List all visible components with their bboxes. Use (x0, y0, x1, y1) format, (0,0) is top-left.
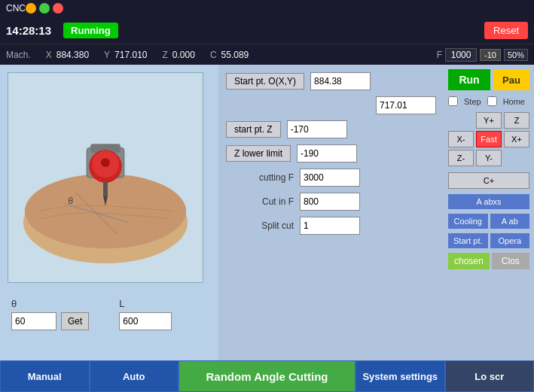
x-coord: X 884.380 (46, 50, 89, 60)
l-label: L (119, 298, 172, 309)
center-panel: Start pt. O(X,Y) start pt. Z Z lower lim… (218, 65, 444, 360)
start-pt-row: Start pt. O(X,Y) (226, 72, 436, 90)
cut-in-f-row: Cut in F (226, 193, 436, 211)
run-pause-row: Run Pau (448, 69, 529, 90)
step-label: Step (464, 97, 481, 106)
close-right-button[interactable]: Clos (492, 253, 529, 269)
x-value: 884.380 (56, 50, 89, 60)
status-bar: 14:28:13 Running Reset (0, 17, 534, 44)
start-pt-y-row (226, 96, 436, 114)
start-pt-button[interactable]: Start pt. O(X,Y) (226, 73, 304, 90)
svg-rect-9 (103, 181, 108, 196)
run-button[interactable]: Run (448, 69, 490, 90)
split-cut-input[interactable] (300, 217, 360, 235)
right-panel: Run Pau Step Home Y+ Z X- Fast X+ Z- Y- … (444, 65, 534, 360)
chosen-close-row: chosen Clos (448, 253, 529, 269)
y-minus-button[interactable]: Y- (476, 150, 502, 166)
z-minus-button[interactable]: Z- (448, 150, 474, 166)
bottom-bar: Manual Auto Random Angle Cutting System … (0, 360, 534, 392)
titlebar: CNC (0, 0, 534, 17)
theta-group: θ Get (11, 298, 89, 330)
start-pt-z-input[interactable] (287, 120, 347, 138)
home-checkbox[interactable] (487, 96, 497, 106)
minimize-button[interactable] (26, 3, 36, 14)
home-label: Home (503, 97, 525, 106)
cooling-button[interactable]: Cooling (448, 214, 488, 229)
split-cut-row: Split cut (226, 217, 436, 235)
start-pt-x-input[interactable] (310, 72, 371, 90)
c-label: C (210, 50, 217, 60)
auto-button[interactable]: Auto (90, 360, 179, 392)
cut-in-f-label: Cut in F (226, 196, 294, 207)
cutting-f-label: cutting F (226, 172, 294, 183)
mach-label: Mach. (6, 50, 31, 60)
z-value: 0.000 (172, 50, 195, 60)
a-ab-button[interactable]: A ab (490, 214, 530, 229)
canvas-area: θ (8, 72, 203, 283)
system-button[interactable]: System settings (355, 360, 445, 392)
f-value: 1000 (445, 48, 477, 62)
c-value: 55.089 (221, 50, 249, 60)
z-coord: Z 0.000 (163, 50, 195, 60)
x-label: X (46, 50, 52, 60)
program-button[interactable]: Random Angle Cutting (179, 360, 355, 392)
cut-in-f-input[interactable] (300, 193, 360, 211)
y-coord: Y 717.010 (104, 50, 147, 60)
l-input[interactable] (119, 312, 172, 330)
titlebar-title: CNC (6, 3, 26, 14)
f-label: F (437, 50, 442, 60)
x-plus-button[interactable]: X+ (504, 131, 529, 147)
coord-bar: Mach. X 884.380 Y 717.010 Z 0.000 C 55.0… (0, 44, 534, 65)
z-lower-row: Z lower limit (226, 144, 436, 163)
step-checkbox[interactable] (448, 96, 458, 106)
chosen-button[interactable]: chosen (448, 253, 490, 269)
l-row (119, 312, 172, 330)
close-button[interactable] (53, 3, 63, 14)
last-button[interactable]: Lo scr (445, 360, 535, 392)
svg-text:θ: θ (68, 196, 73, 206)
left-panel: θ θ Get L (0, 65, 218, 360)
fast-button[interactable]: Fast (476, 131, 502, 147)
f-pct: 50% (504, 49, 528, 61)
startpt-opera-row: Start pt. Opera (448, 233, 529, 250)
direction-grid: Y+ Z X- Fast X+ Z- Y- (448, 112, 529, 166)
svg-point-8 (101, 158, 110, 167)
cooling-aab-row: Cooling A ab (448, 214, 529, 230)
l-group: L (119, 298, 172, 330)
maximize-button[interactable] (39, 3, 50, 14)
running-badge: Running (63, 23, 118, 38)
theta-row: Get (11, 312, 89, 330)
y-plus-button[interactable]: Y+ (476, 112, 502, 129)
f-minus-button[interactable]: -10 (480, 49, 501, 61)
manual-button[interactable]: Manual (0, 360, 90, 392)
z-lower-button[interactable]: Z lower limit (226, 145, 291, 162)
y-value: 717.010 (114, 50, 147, 60)
reset-button[interactable]: Reset (484, 22, 528, 39)
clock-display: 14:28:13 (6, 24, 51, 37)
a-abxs-button[interactable]: A abxs (448, 194, 529, 209)
z-right-button[interactable]: Z (504, 112, 529, 129)
get-button[interactable]: Get (61, 312, 89, 330)
start-pt-z-row: start pt. Z (226, 120, 436, 138)
main-area: θ θ Get L Start pt. O(X,Y) (0, 65, 534, 360)
theta-label: θ (11, 298, 89, 309)
c-coord: C 55.089 (210, 50, 249, 60)
pause-button[interactable]: Pau (493, 69, 529, 90)
step-home-row: Step Home (448, 96, 529, 106)
theta-l-section: θ Get L (8, 290, 211, 338)
split-cut-label: Split cut (226, 220, 294, 231)
start-pt-z-button[interactable]: start pt. Z (226, 121, 281, 138)
opera-button[interactable]: Opera (490, 233, 530, 248)
cutting-f-input[interactable] (300, 169, 360, 187)
y-label: Y (104, 50, 110, 60)
c-plus-button[interactable]: C+ (448, 172, 529, 189)
z-label: Z (163, 50, 168, 60)
z-lower-input[interactable] (297, 144, 357, 163)
window-controls (26, 3, 63, 14)
start-pt-right-button[interactable]: Start pt. (448, 233, 488, 248)
start-pt-y-input[interactable] (376, 96, 436, 114)
machine-visualization: θ (8, 73, 203, 282)
x-minus-button[interactable]: X- (448, 131, 474, 147)
f-controls: F 1000 -10 50% (437, 48, 528, 62)
theta-input[interactable] (11, 312, 56, 330)
